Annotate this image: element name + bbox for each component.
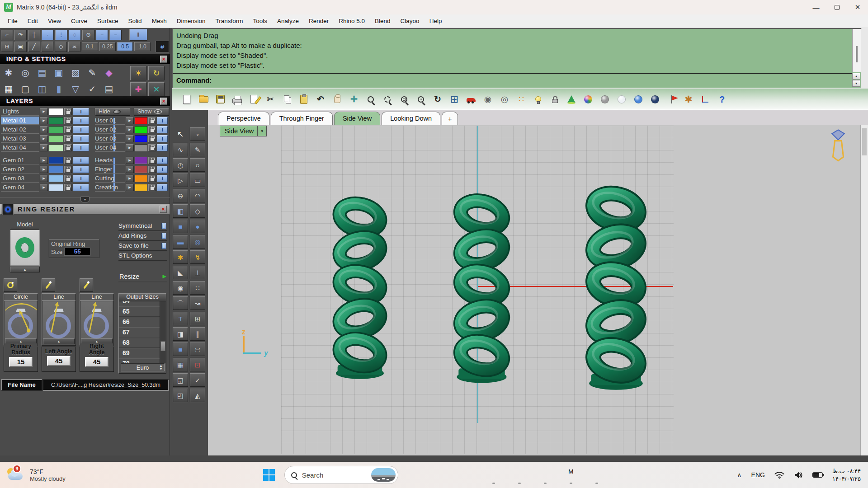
cplane-icon[interactable] xyxy=(698,93,712,106)
info-panel-icon[interactable]: ▣ xyxy=(52,66,66,80)
corner-tool[interactable]: ◱ xyxy=(173,373,188,387)
layer-expand-icon[interactable]: ▶ xyxy=(126,157,134,164)
info-panel-icon[interactable]: ▮ xyxy=(52,82,66,96)
layer-lock-icon[interactable] xyxy=(64,166,72,173)
resize-button[interactable]: Resize ▶ xyxy=(118,272,167,282)
print-icon[interactable] xyxy=(230,93,244,106)
command-scroll-up-icon[interactable]: ▲ xyxy=(852,73,860,80)
layer-color-swatch[interactable] xyxy=(135,135,147,142)
layer-current-button[interactable]: I xyxy=(157,184,168,191)
layer-color-swatch[interactable] xyxy=(49,135,63,142)
unit-spinner-icon[interactable]: ▲▼ xyxy=(159,364,163,371)
layer-current-button[interactable]: I xyxy=(157,135,168,142)
language-indicator[interactable]: ENG xyxy=(751,471,765,479)
resizer-option-save-to-file[interactable]: Save to file I xyxy=(118,241,167,251)
show-button[interactable]: Show xyxy=(134,108,169,116)
gear-tool[interactable]: ✱ xyxy=(173,250,188,264)
layer-name[interactable]: User 02 xyxy=(95,126,125,134)
menu-item-render[interactable]: Render xyxy=(304,14,334,28)
offset-tool[interactable]: ⊖ xyxy=(173,189,188,202)
battery-icon[interactable] xyxy=(812,472,823,478)
layer-lock-icon[interactable] xyxy=(148,135,156,142)
menu-item-tools[interactable]: Tools xyxy=(248,14,272,28)
info-panel-icon[interactable]: ▢ xyxy=(19,82,32,96)
output-size-item-65[interactable]: 65 xyxy=(119,306,160,317)
restore-button[interactable] xyxy=(826,0,847,14)
rendered-mode-icon[interactable] xyxy=(632,93,645,106)
construction-aid-button[interactable]: ╱ xyxy=(28,42,40,52)
output-size-item-68[interactable]: 68 xyxy=(119,338,160,348)
snap-value-button-0-5[interactable]: 0.5 xyxy=(117,42,133,51)
option-toggle[interactable]: I xyxy=(161,233,166,239)
cylinder-tool[interactable]: ▬ xyxy=(173,235,188,249)
viewport-tab-through-finger[interactable]: Through Finger xyxy=(271,112,333,125)
info-panel-icon[interactable]: ▤ xyxy=(35,66,49,80)
info-panel-icon[interactable]: ◆ xyxy=(102,66,116,80)
layer-name[interactable]: Lights xyxy=(1,108,39,116)
layer-color-swatch[interactable] xyxy=(135,166,147,173)
layer-lock-icon[interactable] xyxy=(148,184,156,191)
undo-icon[interactable]: ↶ xyxy=(314,93,327,106)
resizer-option-add-rings[interactable]: Add Rings I xyxy=(118,231,167,241)
snap-value-button-0-1[interactable]: 0.1 xyxy=(82,42,98,51)
copy-icon[interactable] xyxy=(280,93,294,106)
arc-tool[interactable]: ◠ xyxy=(190,189,205,202)
viewport-scrollbar[interactable] xyxy=(860,125,868,455)
info-panel-icon[interactable]: ▦ xyxy=(2,82,15,96)
layer-current-button[interactable]: I xyxy=(73,157,89,164)
command-scroll-down-icon[interactable]: ▼ xyxy=(852,80,860,87)
layer-name[interactable]: User 01 xyxy=(95,117,125,125)
layer-expand-icon[interactable]: ▶ xyxy=(40,144,48,151)
tray-overflow-icon[interactable]: ∧ xyxy=(737,471,741,479)
snap-toggle-button[interactable]: − xyxy=(96,30,108,40)
lightning-tool[interactable]: ↯ xyxy=(190,250,205,264)
pipe-tool[interactable]: ◰ xyxy=(173,389,188,402)
rotate-view-icon[interactable]: ↻ xyxy=(431,93,444,106)
circle-measure-tool-button[interactable] xyxy=(4,278,17,292)
layer-name[interactable]: Gem 03 xyxy=(1,174,39,183)
field-value[interactable]: 45 xyxy=(85,357,108,367)
command-prompt[interactable]: Command: xyxy=(173,73,852,88)
menu-item-rhino-5-0[interactable]: Rhino 5.0 xyxy=(334,14,370,28)
output-size-item-67[interactable]: 67 xyxy=(119,327,160,338)
menu-item-blend[interactable]: Blend xyxy=(370,14,396,28)
layer-name[interactable]: Metal 01 xyxy=(1,117,39,125)
matrix-icon[interactable]: M xyxy=(563,465,579,485)
file-name-field[interactable]: C:\Users\F....g Resizer\resize_Size_50.3… xyxy=(42,379,169,391)
ring-resizer-close-icon[interactable]: × xyxy=(160,206,167,213)
menu-item-help[interactable]: Help xyxy=(425,14,447,28)
layer-lock-icon[interactable] xyxy=(64,126,72,133)
material-icon[interactable] xyxy=(581,93,595,106)
rectangle-tool[interactable]: ▭ xyxy=(190,174,205,187)
snap-toggle-button[interactable]: ◌ xyxy=(69,30,81,40)
info-panel-icon[interactable]: ▤ xyxy=(102,82,116,96)
layer-expand-icon[interactable]: ▶ xyxy=(126,184,134,191)
menu-item-transform[interactable]: Transform xyxy=(210,14,248,28)
pattern-tool[interactable]: ∷ xyxy=(190,281,205,295)
snap-toggle-button[interactable]: ┼ xyxy=(28,30,40,40)
construction-aid-button[interactable]: ∠ xyxy=(42,42,54,52)
menu-item-view[interactable]: View xyxy=(43,14,66,28)
info-panel-icon[interactable]: ✓ xyxy=(85,82,99,96)
snap-value-button-0-25[interactable]: 0.25 xyxy=(99,42,116,51)
layer-lock-icon[interactable] xyxy=(64,117,72,124)
cube-tool[interactable]: ■ xyxy=(173,343,188,356)
menu-item-file[interactable]: File xyxy=(3,14,23,28)
zoom-dynamic-icon[interactable] xyxy=(364,93,377,106)
layer-expand-icon[interactable]: ▶ xyxy=(126,175,134,182)
layer-color-swatch[interactable] xyxy=(135,144,147,151)
pan-icon[interactable] xyxy=(330,93,344,106)
layout-grid-icon[interactable]: ⊞ xyxy=(448,93,461,106)
flow-tool[interactable]: ↝ xyxy=(190,296,205,310)
layer-current-button[interactable]: I xyxy=(73,126,89,133)
text-tool[interactable]: T xyxy=(173,312,188,325)
volume-icon[interactable] xyxy=(794,471,803,479)
camera-icon[interactable]: ◉ xyxy=(481,93,495,106)
add-viewport-tab-button[interactable]: + xyxy=(442,112,458,125)
circle-tool[interactable]: ○ xyxy=(190,158,205,172)
layer-color-swatch[interactable] xyxy=(49,175,63,182)
menu-item-analyze[interactable]: Analyze xyxy=(272,14,304,28)
field-value[interactable]: 15 xyxy=(9,357,33,367)
info-panel-icon[interactable]: ▽ xyxy=(69,82,82,96)
layer-expand-icon[interactable]: ▶ xyxy=(40,108,48,115)
